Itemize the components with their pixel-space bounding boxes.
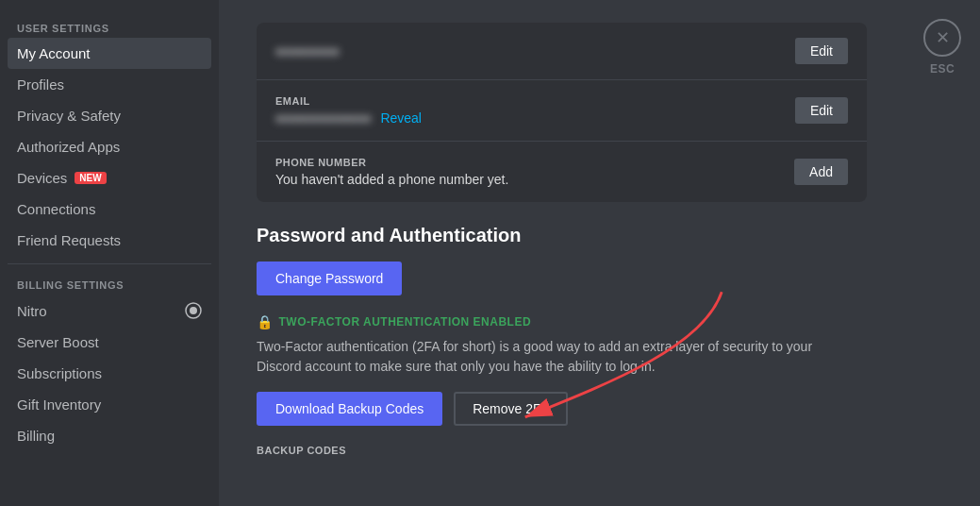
change-password-button[interactable]: Change Password — [257, 261, 402, 295]
sidebar-item-label-devices: Devices — [17, 170, 67, 186]
new-badge: NEW — [75, 172, 106, 184]
username-value: ●●●●●●●● — [275, 43, 795, 59]
sidebar-item-nitro[interactable]: Nitro — [8, 295, 211, 327]
sidebar-divider — [8, 263, 211, 264]
username-row: ●●●●●●●● Edit — [257, 23, 867, 80]
sidebar-item-label-server-boost: Server Boost — [17, 334, 99, 350]
password-auth-title: Password and Authentication — [257, 225, 867, 246]
sidebar-item-label-nitro: Nitro — [17, 303, 47, 319]
sidebar-item-label-connections: Connections — [17, 201, 95, 217]
tfa-description: Two-Factor authentication (2FA for short… — [257, 337, 860, 377]
email-reveal-link[interactable]: Reveal — [380, 110, 422, 126]
sidebar-item-subscriptions[interactable]: Subscriptions — [8, 358, 211, 389]
sidebar-item-billing[interactable]: Billing — [8, 420, 211, 451]
billing-settings-label: BILLING SETTINGS — [8, 272, 211, 295]
email-row: EMAIL ●●●●●●●●●●●● Reveal Edit — [257, 80, 867, 142]
backup-codes-label: BACKUP CODES — [257, 445, 867, 456]
sidebar-item-label-privacy-safety: Privacy & Safety — [17, 108, 121, 124]
sidebar-item-my-account[interactable]: My Account — [8, 38, 211, 69]
download-backup-codes-button[interactable]: Download Backup Codes — [257, 392, 442, 426]
sidebar-item-devices[interactable]: Devices NEW — [8, 162, 211, 194]
sidebar-item-friend-requests[interactable]: Friend Requests — [8, 225, 211, 256]
sidebar-item-label-authorized-apps: Authorized Apps — [17, 139, 120, 155]
svg-point-1 — [190, 307, 197, 314]
phone-value: You haven't added a phone number yet. — [275, 172, 794, 187]
sidebar-item-profiles[interactable]: Profiles — [8, 69, 211, 100]
tfa-section: 🔒 TWO-FACTOR AUTHENTICATION ENABLED Two-… — [257, 314, 867, 456]
phone-add-button[interactable]: Add — [794, 159, 848, 185]
sidebar-item-label-gift-inventory: Gift Inventory — [17, 396, 101, 413]
email-blurred: ●●●●●●●●●●●● — [275, 110, 371, 126]
sidebar-item-authorized-apps[interactable]: Authorized Apps — [8, 131, 211, 162]
sidebar-item-label-friend-requests: Friend Requests — [17, 232, 121, 248]
username-left: ●●●●●●●● — [275, 43, 795, 59]
sidebar-item-privacy-safety[interactable]: Privacy & Safety — [8, 100, 211, 131]
user-settings-label: USER SETTINGS — [8, 15, 211, 38]
close-icon: ✕ — [936, 27, 950, 48]
esc-label: ESC — [930, 62, 955, 76]
esc-area: ✕ ESC — [905, 0, 980, 506]
username-blurred: ●●●●●●●● — [275, 43, 340, 59]
email-edit-button[interactable]: Edit — [795, 97, 848, 124]
sidebar: USER SETTINGS My Account Profiles Privac… — [0, 0, 219, 506]
lock-icon: 🔒 — [257, 314, 274, 329]
sidebar-item-label-subscriptions: Subscriptions — [17, 365, 102, 381]
main-content: ●●●●●●●● Edit EMAIL ●●●●●●●●●●●● Reveal … — [219, 0, 905, 506]
remove-2fa-button[interactable]: Remove 2FA — [454, 392, 568, 426]
tfa-enabled-label: 🔒 TWO-FACTOR AUTHENTICATION ENABLED — [257, 314, 867, 329]
phone-row: PHONE NUMBER You haven't added a phone n… — [257, 142, 867, 202]
tfa-enabled-text: TWO-FACTOR AUTHENTICATION ENABLED — [279, 315, 532, 329]
sidebar-item-server-boost[interactable]: Server Boost — [8, 327, 211, 358]
email-left: EMAIL ●●●●●●●●●●●● Reveal — [275, 95, 795, 126]
email-value: ●●●●●●●●●●●● Reveal — [275, 110, 795, 126]
sidebar-item-label-my-account: My Account — [17, 45, 91, 61]
sidebar-item-connections[interactable]: Connections — [8, 194, 211, 225]
phone-label: PHONE NUMBER — [275, 157, 794, 168]
tfa-buttons: Download Backup Codes Remove 2FA — [257, 392, 867, 426]
email-label: EMAIL — [275, 95, 795, 107]
sidebar-item-label-billing: Billing — [17, 428, 55, 444]
sidebar-item-label-profiles: Profiles — [17, 76, 64, 93]
phone-left: PHONE NUMBER You haven't added a phone n… — [275, 157, 794, 187]
account-info-card: ●●●●●●●● Edit EMAIL ●●●●●●●●●●●● Reveal … — [257, 23, 867, 202]
esc-button[interactable]: ✕ — [923, 19, 961, 57]
username-edit-button[interactable]: Edit — [795, 38, 848, 64]
nitro-icon — [185, 302, 202, 319]
sidebar-item-gift-inventory[interactable]: Gift Inventory — [8, 389, 211, 420]
